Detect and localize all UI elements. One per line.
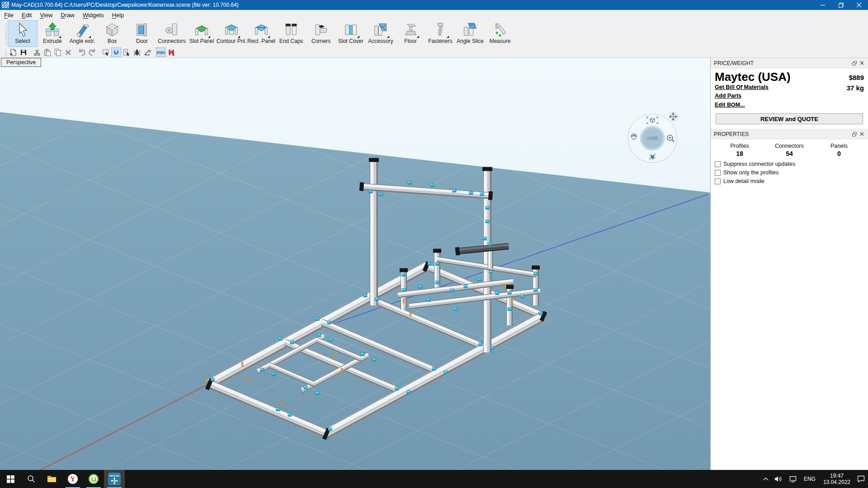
menu-view[interactable]: View <box>36 10 57 20</box>
svg-text:MAYCAD: MAYCAD <box>109 474 119 477</box>
tool-fasteners-button[interactable]: Fasteners <box>425 20 455 47</box>
get-bom-link[interactable]: Get Bill Of Materials <box>715 84 769 90</box>
tool-slot-cover-button[interactable]: Slot Cover <box>336 20 366 47</box>
search-button[interactable] <box>21 470 42 488</box>
units-mm-toggle[interactable]: mm <box>156 47 166 57</box>
tray-chevron-icon[interactable] <box>760 470 772 488</box>
close-panel-icon[interactable] <box>858 59 866 67</box>
cut-icon[interactable] <box>32 47 42 57</box>
tool-angle-extr-button[interactable]: Angle extr. <box>67 20 97 47</box>
undo-icon[interactable] <box>77 47 87 57</box>
tool-box-button[interactable]: Box <box>97 20 127 47</box>
yandex-browser-button[interactable]: Y <box>62 470 83 488</box>
tool-door-button[interactable]: Door <box>127 20 157 47</box>
report-select-icon[interactable] <box>122 47 132 57</box>
clock-date: 13.04.2022 <box>823 479 850 485</box>
debug-icon[interactable] <box>132 47 142 57</box>
delete-icon[interactable] <box>63 47 73 57</box>
menu-help[interactable]: Help <box>108 10 128 20</box>
dropdown-arrow-icon[interactable] <box>447 36 449 38</box>
title-bar: May-CAD(10.700.64) C:/Users/PC/Desktop/С… <box>0 0 868 10</box>
float-panel-icon[interactable] <box>850 130 858 138</box>
snap-magnet-icon[interactable] <box>111 47 121 57</box>
tool-rect-panel-button[interactable]: Rect. Panel <box>246 20 276 47</box>
dropdown-arrow-icon[interactable] <box>59 36 61 38</box>
checkbox-low-detail-mode[interactable]: Low detail mode <box>715 178 864 184</box>
tool-corners-button[interactable]: Corners <box>306 20 336 47</box>
save-icon[interactable] <box>19 47 28 57</box>
toolbar-grip[interactable] <box>5 49 6 56</box>
copy-icon[interactable] <box>53 47 63 57</box>
dropdown-arrow-icon[interactable] <box>208 36 210 38</box>
utorrent-button[interactable] <box>83 470 104 488</box>
window-title: May-CAD(10.700.64) C:/Users/PC/Desktop/С… <box>11 2 239 8</box>
tool-measure-button[interactable]: Measure <box>485 20 515 47</box>
tool-contour-pnl-button[interactable]: Contour Pnl. <box>217 20 246 47</box>
view-mode-tab[interactable]: Perspective <box>1 58 41 67</box>
close-panel-icon[interactable] <box>858 130 866 138</box>
menu-draw[interactable]: Draw <box>57 10 78 20</box>
slot-cover-icon <box>343 22 359 38</box>
tool-floor-button[interactable]: Floor <box>396 20 425 47</box>
menu-widgets[interactable]: Widgets <box>79 10 108 20</box>
close-button[interactable] <box>850 0 868 10</box>
add-parts-link[interactable]: Add Parts <box>715 93 741 99</box>
tool-extrude-button[interactable]: Extrude <box>38 20 67 47</box>
checkbox-show-only-the-profiles[interactable]: Show only the profiles <box>715 169 864 176</box>
file-explorer-button[interactable] <box>42 470 62 488</box>
paint-icon[interactable] <box>166 47 176 57</box>
scene-canvas[interactable]: orbit <box>0 58 710 470</box>
checkbox-box[interactable] <box>715 161 721 167</box>
redo-icon[interactable] <box>87 47 97 57</box>
stat-label: Profiles <box>715 143 764 149</box>
total-weight: 37 kg <box>847 84 864 92</box>
cut-icon <box>33 48 41 56</box>
checkbox-suppress-connector-updates[interactable]: Suppress connector updates <box>715 161 864 167</box>
edit-bom-link[interactable]: Edit BOM... <box>715 102 745 108</box>
dropdown-arrow-icon[interactable] <box>89 36 91 38</box>
tool-slot-panel-button[interactable]: Slot Panel <box>187 20 217 47</box>
viewport-3d[interactable]: Perspective orbit <box>0 58 710 470</box>
dropdown-arrow-icon[interactable] <box>417 36 419 38</box>
network-icon[interactable] <box>786 470 800 488</box>
end-caps-icon <box>283 22 299 38</box>
checkbox-box[interactable] <box>715 170 721 176</box>
menu-bar: FileEditViewDrawWidgetsHelp <box>0 10 868 20</box>
new-file-icon[interactable] <box>8 47 18 57</box>
new-file-icon <box>9 48 17 56</box>
dropdown-arrow-icon[interactable] <box>357 36 359 38</box>
tool-angle-slice-button[interactable]: Angle Slice <box>455 20 485 47</box>
angle-help-icon[interactable]: ? <box>142 47 152 57</box>
float-panel-icon[interactable] <box>850 59 858 67</box>
floor-icon <box>402 22 419 38</box>
checkbox-box[interactable] <box>715 178 721 184</box>
contour-panel-icon <box>223 22 240 38</box>
dropdown-arrow-icon[interactable] <box>238 36 240 38</box>
menu-file[interactable]: File <box>0 10 18 20</box>
maycad-button[interactable]: MAYCAD <box>104 470 125 488</box>
volume-icon[interactable] <box>772 470 786 488</box>
tool-label: Slot Panel <box>189 38 214 44</box>
dropdown-arrow-icon[interactable] <box>387 36 389 38</box>
tool-connectors-button[interactable]: Connectors <box>157 20 187 47</box>
menu-edit[interactable]: Edit <box>18 10 36 20</box>
tool-select-button[interactable]: Select <box>8 20 38 47</box>
paste-icon[interactable] <box>42 47 52 57</box>
start-button[interactable] <box>0 470 21 488</box>
paint-icon <box>167 48 175 56</box>
tool-accessory-button[interactable]: Accessory <box>366 20 396 47</box>
clock[interactable]: 19:47 13.04.2022 <box>820 473 854 485</box>
door-icon <box>134 22 150 38</box>
toolbar-grip[interactable] <box>5 22 6 45</box>
tool-label: Extrude <box>43 38 61 44</box>
review-quote-button[interactable]: REVIEW and QUOTE <box>716 113 863 124</box>
fasteners-icon <box>432 22 448 38</box>
language-indicator[interactable]: ENG <box>800 470 820 488</box>
dropdown-arrow-icon[interactable] <box>268 36 270 38</box>
minimize-button[interactable] <box>814 0 832 10</box>
action-center-icon[interactable] <box>854 470 868 488</box>
marquee-select-icon[interactable] <box>101 47 111 57</box>
tool-end-caps-button[interactable]: End Caps <box>276 20 306 47</box>
tool-label: Rect. Panel <box>247 38 275 44</box>
restore-button[interactable] <box>832 0 850 10</box>
